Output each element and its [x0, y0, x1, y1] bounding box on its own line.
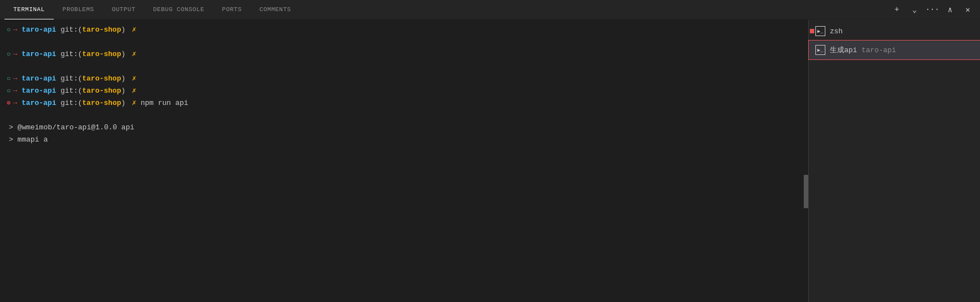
prompt-circle: ○ [7, 24, 11, 36]
blank-line [7, 61, 797, 73]
tab-ports[interactable]: PORTS [213, 0, 251, 19]
more-button[interactable]: ··· [925, 3, 940, 16]
output-line: > mmapi a [7, 134, 797, 146]
prompt-git-close: ) [121, 48, 125, 61]
prompt-branch: taro-shop [82, 73, 121, 85]
prompt-arrow: → [13, 48, 17, 61]
prompt-circle-error: ⊗ [7, 97, 11, 109]
prompt-git: git:( [56, 85, 82, 97]
prompt-arrow: → [13, 24, 17, 36]
prompt-git: git:( [56, 97, 82, 109]
terminal-list-item-zsh[interactable]: ▶_ zsh [809, 22, 980, 41]
prompt-arrow: → [13, 73, 17, 85]
prompt-x: ✗ [127, 97, 136, 109]
blank-line [7, 36, 797, 48]
terminal-icon: ▶_ [815, 26, 825, 36]
add-terminal-button[interactable]: + [889, 3, 905, 16]
active-indicator [810, 29, 814, 33]
prompt-git-close: ) [121, 85, 125, 97]
prompt-x: ✗ [127, 85, 136, 97]
prompt-dir: taro-api [22, 48, 56, 61]
blank-line [7, 109, 797, 122]
prompt-branch: taro-shop [82, 85, 121, 97]
terminal-line: ○ → taro-api git:( taro-shop ) ✗ [7, 73, 797, 85]
prompt-x: ✗ [127, 24, 136, 36]
tab-problems[interactable]: PROBLEMS [54, 0, 103, 19]
prompt-branch: taro-shop [82, 97, 121, 109]
tab-comments[interactable]: COMMENTS [251, 0, 300, 19]
prompt-cmd: npm run api [136, 97, 188, 109]
prompt-arrow: → [13, 85, 17, 97]
terminal-name-generate-api: 生成api taro-api [830, 45, 896, 55]
dropdown-button[interactable]: ⌄ [907, 3, 922, 16]
terminal-line: ⊗ → taro-api git:( taro-shop ) ✗ npm run… [7, 97, 797, 109]
terminal-line: ○ → taro-api git:( taro-shop ) ✗ [7, 48, 797, 61]
prompt-branch: taro-shop [82, 48, 121, 61]
prompt-git-close: ) [121, 97, 126, 109]
prompt-dir: taro-api [22, 24, 56, 36]
main-content: ○ → taro-api git:( taro-shop ) ✗ ○ → tar… [0, 19, 980, 302]
terminal-line: ○ → taro-api git:( taro-shop ) ✗ [7, 24, 797, 36]
terminal-line: ○ → taro-api git:( taro-shop ) ✗ [7, 85, 797, 97]
prompt-x: ✗ [127, 73, 136, 85]
prompt-x: ✗ [127, 48, 136, 61]
prompt-circle: ○ [7, 73, 11, 85]
output-text: > @wmeimob/taro-api@1.0.0 api [9, 122, 134, 134]
prompt-git: git:( [56, 73, 82, 85]
terminal-area[interactable]: ○ → taro-api git:( taro-shop ) ✗ ○ → tar… [0, 19, 804, 302]
terminal-name-zsh: zsh [830, 27, 843, 36]
terminal-scrollbar[interactable] [804, 19, 808, 302]
tab-terminal[interactable]: TERMINAL [4, 0, 54, 19]
terminal-list-item-generate-api[interactable]: ▶_ 生成api taro-api [809, 41, 980, 59]
output-text: > mmapi a [9, 134, 48, 146]
prompt-git: git:( [56, 24, 82, 36]
terminal-list: ▶_ zsh ▶_ 生成api taro-api [809, 19, 980, 62]
terminal-icon-selected: ▶_ [815, 45, 825, 55]
tab-bar: TERMINAL PROBLEMS OUTPUT DEBUG CONSOLE P… [0, 0, 980, 19]
prompt-git-close: ) [121, 73, 125, 85]
side-panel: ▶_ zsh ▶_ 生成api taro-api [808, 19, 980, 302]
prompt-dir: taro-api [22, 97, 56, 109]
tab-output[interactable]: OUTPUT [103, 0, 145, 19]
prompt-circle: ○ [7, 85, 11, 97]
prompt-dir: taro-api [22, 85, 56, 97]
tab-debug-console[interactable]: DEBUG CONSOLE [144, 0, 213, 19]
prompt-arrow: → [13, 97, 17, 109]
tab-actions: + ⌄ ··· ∧ ✕ [889, 3, 976, 16]
collapse-button[interactable]: ∧ [942, 3, 958, 16]
prompt-circle: ○ [7, 48, 11, 61]
prompt-git: git:( [56, 48, 82, 61]
prompt-dir: taro-api [22, 73, 56, 85]
prompt-git-close: ) [121, 24, 125, 36]
terminal-scrollbar-thumb [804, 175, 808, 208]
output-line: > @wmeimob/taro-api@1.0.0 api [7, 122, 797, 134]
close-panel-button[interactable]: ✕ [960, 3, 976, 16]
prompt-branch: taro-shop [82, 24, 121, 36]
